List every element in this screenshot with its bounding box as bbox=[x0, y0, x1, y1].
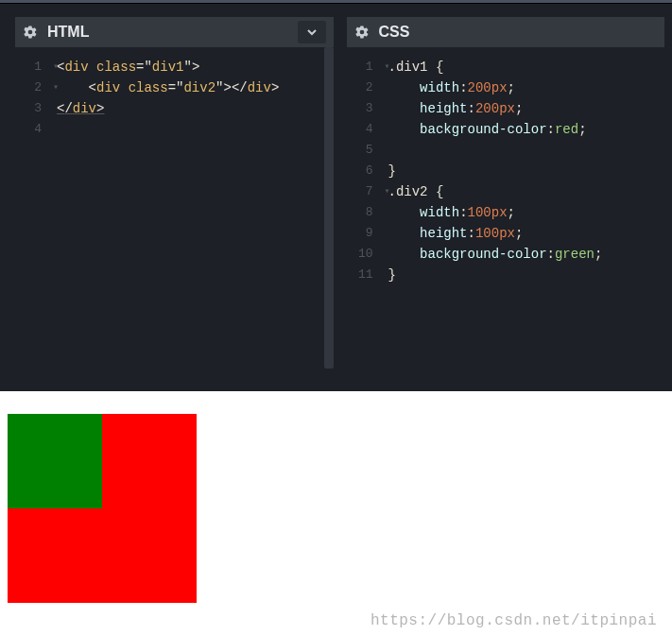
line-number: 6 bbox=[347, 161, 373, 181]
fold-marker-icon[interactable]: ▾ bbox=[385, 185, 390, 197]
html-panel-header: HTML bbox=[15, 17, 334, 47]
css-gutter: 1 2 3 4 5 6 7 8 9 10 11 bbox=[347, 47, 381, 391]
html-panel-title: HTML bbox=[47, 24, 89, 41]
line-number: 10 bbox=[347, 244, 373, 265]
preview-div2 bbox=[8, 414, 102, 508]
html-code[interactable]: <div class="div1"> <div class="div2"></d… bbox=[49, 47, 334, 391]
editor-panels: HTML 1 2 3 4 ▾ ▾ <div class="div1"> <div… bbox=[0, 4, 672, 391]
line-number: 3 bbox=[347, 98, 373, 119]
html-editor[interactable]: 1 2 3 4 ▾ ▾ <div class="div1"> <div clas… bbox=[15, 47, 334, 391]
line-number: 2 bbox=[347, 77, 373, 98]
gear-icon[interactable] bbox=[23, 25, 38, 40]
line-number: 4 bbox=[15, 119, 42, 140]
css-editor[interactable]: 1 2 3 4 5 6 7 8 9 10 11 ▾ ▾ .div1 { widt… bbox=[347, 47, 665, 391]
line-number: 5 bbox=[347, 140, 373, 161]
fold-marker-icon[interactable]: ▾ bbox=[53, 81, 59, 93]
html-panel: HTML 1 2 3 4 ▾ ▾ <div class="div1"> <div… bbox=[15, 17, 334, 391]
line-number: 8 bbox=[347, 202, 373, 223]
html-panel-menu-button[interactable] bbox=[298, 21, 326, 43]
line-number: 9 bbox=[347, 223, 373, 244]
css-panel-header: CSS bbox=[347, 17, 665, 47]
line-number: 2 bbox=[15, 77, 42, 98]
fold-marker-icon[interactable]: ▾ bbox=[385, 60, 390, 72]
line-number: 1 bbox=[347, 57, 373, 77]
scrollbar-thumb[interactable] bbox=[324, 47, 334, 369]
line-number: 3 bbox=[15, 98, 42, 119]
fold-marker-icon[interactable]: ▾ bbox=[53, 60, 59, 72]
watermark-text: https://blog.csdn.net/itpinpai bbox=[370, 612, 657, 629]
preview-area: https://blog.csdn.net/itpinpai bbox=[0, 391, 672, 635]
line-number: 4 bbox=[347, 119, 373, 140]
line-number: 7 bbox=[347, 181, 373, 202]
css-panel-title: CSS bbox=[379, 24, 410, 41]
preview-div1 bbox=[8, 414, 197, 603]
line-number: 11 bbox=[347, 265, 373, 285]
gear-icon[interactable] bbox=[354, 25, 370, 40]
line-number: 1 bbox=[15, 57, 42, 77]
html-gutter: 1 2 3 4 bbox=[15, 47, 49, 391]
css-panel: CSS 1 2 3 4 5 6 7 8 9 10 11 ▾ ▾ .div1 { … bbox=[347, 17, 665, 391]
css-code[interactable]: .div1 { width:200px; height:200px; backg… bbox=[381, 47, 665, 391]
